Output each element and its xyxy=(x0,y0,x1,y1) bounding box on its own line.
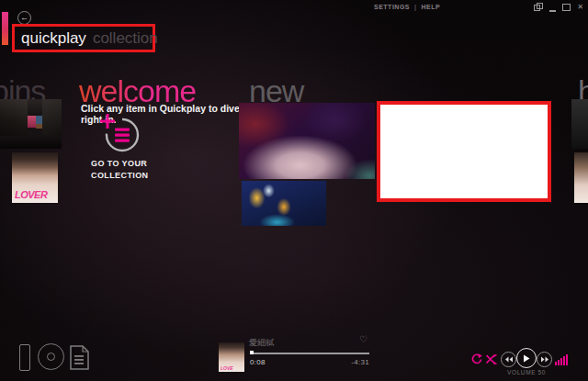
album-cover-text-small: LOVE xyxy=(220,365,233,371)
back-arrow-icon: ← xyxy=(20,14,28,22)
remaining-time: -4:31 xyxy=(347,358,369,366)
next-icon xyxy=(540,356,549,363)
add-to-collection-icon xyxy=(95,111,144,155)
zune-logo-strip xyxy=(2,12,8,45)
track-title: 愛細膩 xyxy=(249,337,274,349)
pin-item-album[interactable]: LOVER xyxy=(12,152,58,203)
collage-tile xyxy=(42,99,62,136)
back-button[interactable]: ← xyxy=(17,11,31,25)
go-to-collection-button[interactable]: GO TO YOUR COLLECTION xyxy=(86,111,153,182)
previous-icon xyxy=(504,356,514,363)
collage-tile xyxy=(36,124,42,129)
collage-tile xyxy=(36,116,42,124)
playlist-icon[interactable] xyxy=(70,345,89,370)
new-video-thumbnail-small[interactable] xyxy=(242,181,326,226)
page-title-secondary[interactable]: collection xyxy=(93,29,158,48)
now-playing-thumbnail[interactable]: LOVE xyxy=(219,342,244,372)
volume-label: VOLUME 50 xyxy=(499,369,554,375)
new-video-thumbnail-large[interactable] xyxy=(239,103,375,179)
window-controls: ✕ xyxy=(534,3,583,12)
settings-link[interactable]: SETTINGS xyxy=(374,4,410,10)
elapsed-time: 0:08 xyxy=(250,358,266,366)
new-heading[interactable]: new xyxy=(249,75,303,106)
titlebar-links: SETTINGS | HELP xyxy=(374,4,440,10)
collage-tile xyxy=(0,99,28,136)
maximize-icon[interactable] xyxy=(562,4,571,11)
zune-quickplay-window: ← quickplay collection SETTINGS | HELP ✕… xyxy=(0,0,588,381)
pin-item-collage[interactable] xyxy=(0,99,62,149)
history-thumbnail-dark[interactable] xyxy=(571,99,588,149)
device-icon[interactable] xyxy=(19,344,30,371)
collage-tile xyxy=(28,99,42,116)
annotation-content-placeholder xyxy=(377,101,551,202)
page-title: quickplay xyxy=(21,29,86,48)
disc-icon[interactable] xyxy=(38,343,64,370)
heart-icon[interactable]: ♡ xyxy=(359,335,368,344)
welcome-heading: welcome xyxy=(79,75,196,106)
progress-marker[interactable] xyxy=(250,351,254,354)
collage-tile xyxy=(0,136,62,149)
shuffle-icon[interactable] xyxy=(486,354,498,364)
play-icon xyxy=(523,354,530,363)
repeat-icon[interactable] xyxy=(470,353,482,365)
play-button[interactable] xyxy=(516,348,537,368)
previous-button[interactable] xyxy=(501,352,516,367)
close-icon[interactable]: ✕ xyxy=(577,4,583,11)
annotation-title-highlight: quickplay collection xyxy=(12,24,155,52)
progress-bar[interactable] xyxy=(250,353,369,354)
minimize-icon[interactable] xyxy=(549,4,556,12)
volume-eq-icon[interactable] xyxy=(555,354,568,365)
go-to-collection-label: GO TO YOUR COLLECTION xyxy=(91,158,148,182)
next-button[interactable] xyxy=(537,352,552,367)
titlebar-divider: | xyxy=(414,4,416,10)
mini-mode-icon[interactable] xyxy=(534,3,543,12)
help-link[interactable]: HELP xyxy=(421,4,440,10)
album-cover-text: LOVER xyxy=(15,189,47,200)
history-thumbnail-light[interactable] xyxy=(574,152,588,203)
collage-tile xyxy=(28,116,36,128)
